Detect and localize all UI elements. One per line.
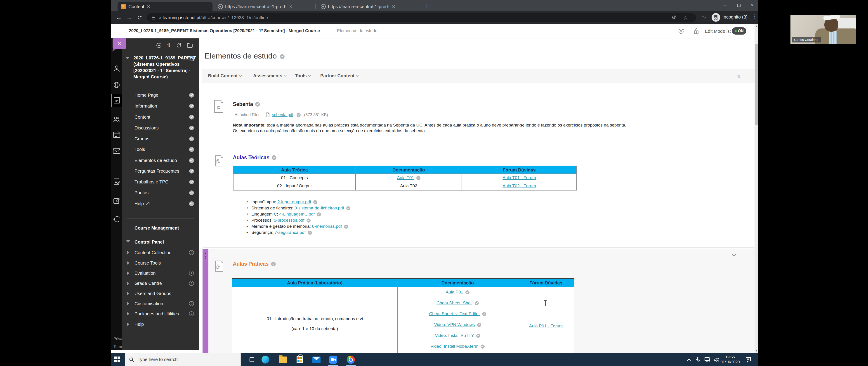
pdf-link[interactable]: 7-seguranca.pdf [274,230,305,235]
tab-close-icon[interactable]: × [289,4,292,9]
pdf-link[interactable]: 3-sistema-de-ficheiros.pdf [294,206,344,210]
cm-item-users-and-groups[interactable]: Users and Groups [122,288,199,299]
bookmark-star-icon[interactable]: ☆ [683,14,688,21]
open-in-new-icon[interactable] [189,301,194,306]
open-in-new-icon[interactable] [189,311,194,316]
browser-menu-icon[interactable]: ⋮ [752,13,757,20]
globe-icon[interactable] [113,81,121,89]
clock[interactable]: 19:55 01/10/2020 [719,355,741,365]
aula-t01-forum-link[interactable]: Aula T01 - Forum [502,175,536,180]
mail-icon[interactable] [311,355,321,364]
breadcrumb-course[interactable]: 2020_L0726-1_9189_PARENT Sistemas Operat… [129,28,320,33]
student-preview-icon[interactable] [678,28,684,35]
aula-t01-link[interactable]: Aula T01 [397,175,414,180]
reload-icon[interactable] [135,13,144,22]
open-in-new-icon[interactable] [189,281,194,286]
sidebar-item-content[interactable]: Content [122,111,199,123]
sidebar-item-help[interactable]: Help [122,198,199,209]
page-options-chevron[interactable] [280,54,285,59]
sidebar-item-discussions[interactable]: Discussions [122,123,199,133]
link-options-chevron[interactable] [346,206,350,210]
sebenta-pdf-link[interactable]: sebenta.pdf [272,112,293,117]
privacy-link[interactable]: Priva [114,337,123,341]
edge-icon[interactable] [260,355,270,364]
tab-3[interactable]: https://learn-eu-central-1-prod- × [318,2,417,11]
reorder-menu-icon[interactable]: ⇅ [167,42,171,48]
pdf-link[interactable]: 5-processos.pdf [274,218,304,223]
item-options-chevron[interactable] [189,147,194,152]
terms-link[interactable]: Term [114,344,123,349]
item-options-chevron[interactable] [189,169,194,173]
cm-item-course-tools[interactable]: Course Tools [122,258,199,268]
search-input[interactable] [137,357,228,362]
content-collection-tile[interactable] [111,94,122,107]
cm-item-content-collection[interactable]: Content Collection [122,247,199,258]
link-options-chevron[interactable] [477,323,481,327]
control-panel-header[interactable]: Control Panel [134,239,164,245]
item-options-chevron[interactable] [272,155,276,160]
scroll-up-arrow[interactable]: ▲ [754,25,758,28]
edit-mode-toggle[interactable]: ON [732,27,746,35]
eye-off-icon[interactable] [672,14,677,21]
link-options-chevron[interactable] [307,219,311,223]
task-view-icon[interactable] [246,355,256,364]
taskbar-search[interactable] [125,353,241,366]
sidebar-item-elementos-de-estudo[interactable]: Elementos de estudo [122,155,199,166]
tab-2[interactable]: https://learn-eu-central-1-prod- × [215,2,314,11]
sidebar-item-perguntas-frequentes[interactable]: Perguntas Frequentes [122,166,199,176]
video-install-mobaxterm-link[interactable]: Video: Install MobaXterm [431,344,478,348]
mail-icon[interactable] [113,147,121,155]
sidebar-item-trabalhos-e-tpc[interactable]: Trabalhos e TPC [122,176,199,187]
link-options-chevron[interactable] [344,225,348,229]
sidebar-item-groups[interactable]: Groups [122,133,199,144]
cheat-sheet-shell-link[interactable]: Cheat Sheet: Shell [436,300,472,305]
item-options-chevron[interactable] [189,104,194,108]
extension-icon[interactable]: ≡♪ [702,14,706,20]
folder-view-icon[interactable] [187,42,193,48]
zoom-icon[interactable] [328,355,338,364]
item-options-chevron[interactable] [255,102,260,107]
sidebar-item-information[interactable]: Information [122,101,199,111]
cm-item-packages-and-utilities[interactable]: Packages and Utilities [122,309,199,319]
partner-content-menu[interactable]: Partner Content [320,73,358,78]
logout-icon[interactable] [113,215,121,223]
item-options-chevron[interactable] [189,115,194,120]
calendar-icon[interactable] [113,131,121,139]
unlock-icon[interactable] [693,28,700,35]
action-center-icon[interactable] [745,353,751,366]
close-course-menu-button[interactable]: × [113,38,126,49]
pdf-link[interactable]: 4-LinguagemC.pdf [279,212,315,217]
start-button[interactable] [114,357,120,362]
link-options-chevron[interactable] [465,290,469,294]
item-options-chevron[interactable] [189,126,194,130]
sidebar-item-pautas[interactable]: Pautas [122,187,199,198]
item-options-chevron[interactable] [189,136,194,141]
home-icon[interactable] [188,56,195,62]
url-bar[interactable]: e-learning.iscte-iul.pt/ultra/courses/_1… [147,13,696,22]
aulas-teoricas-title[interactable]: Aulas Teóricas [233,155,276,161]
scroll-down-arrow[interactable]: ▼ [754,349,758,352]
open-in-new-icon[interactable] [189,271,194,276]
window-close-button[interactable]: × [747,1,757,9]
drag-handle-bar[interactable] [203,249,209,353]
open-in-new-icon[interactable] [189,250,194,255]
video-vpn-windows-link[interactable]: Video: VPN Windows [434,322,475,327]
tray-expand-chevron[interactable] [687,353,691,366]
item-options-chevron[interactable] [189,201,194,206]
profile-icon[interactable] [113,64,121,72]
keyboard-reorder-icon[interactable]: ⇅ [737,74,741,79]
link-options-chevron[interactable] [416,176,421,180]
cm-item-evaluation[interactable]: Evaluation [122,268,199,278]
window-minimize-button[interactable] [720,1,730,9]
collapse-item-chevron[interactable] [732,253,736,257]
cm-item-grade-centre[interactable]: Grade Centre [122,278,199,289]
link-options-chevron[interactable] [308,231,312,235]
build-content-menu[interactable]: Build Content [208,73,241,78]
file-explorer-icon[interactable] [278,355,288,364]
cm-item-customisation[interactable]: Customisation [122,298,199,309]
tab-content[interactable]: ✎ Content × [118,2,213,11]
link-options-chevron[interactable] [317,212,321,217]
assessments-menu[interactable]: Assessments [253,73,286,78]
tools-menu[interactable]: Tools [295,73,311,78]
back-icon[interactable]: ← [115,13,123,22]
